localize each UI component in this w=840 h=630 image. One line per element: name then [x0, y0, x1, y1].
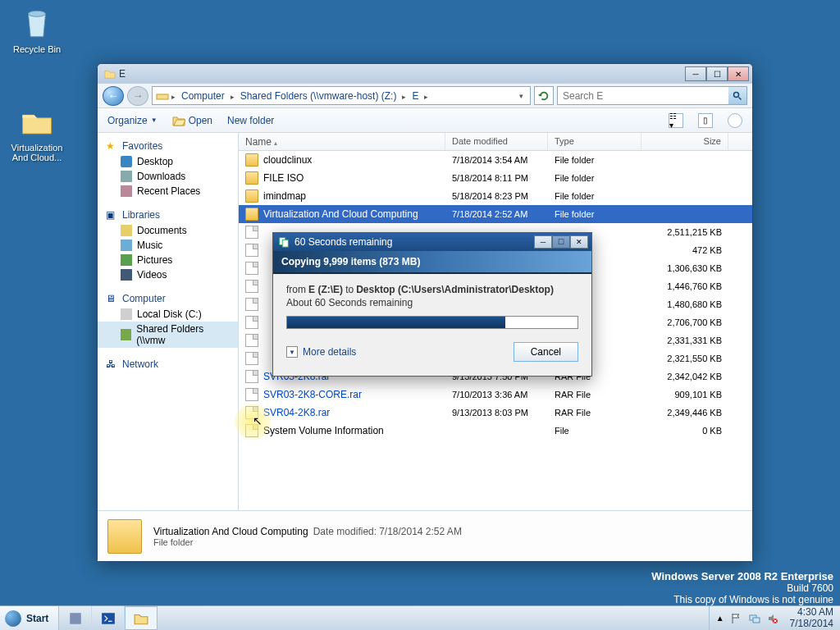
- recycle-bin-label: Recycle Bin: [7, 44, 67, 54]
- open-folder-icon: [172, 114, 185, 127]
- breadcrumb-folder[interactable]: E: [409, 90, 422, 102]
- dialog-title: 60 Seconds remaining: [294, 236, 392, 248]
- desktop-folder-virtualization[interactable]: Virtualization And Cloud...: [7, 105, 67, 162]
- dialog-close[interactable]: ✕: [570, 235, 588, 249]
- file-icon: [245, 352, 258, 365]
- address-bar: ← → Computer Shared Folders (\\vmware-ho…: [98, 84, 752, 108]
- file-row[interactable]: FILE ISO5/18/2014 8:11 PMFile folder: [239, 169, 752, 187]
- file-icon: [245, 406, 258, 419]
- maximize-button[interactable]: ☐: [706, 66, 728, 81]
- file-icon: [245, 370, 258, 383]
- cancel-button[interactable]: Cancel: [514, 342, 578, 362]
- tree-recent[interactable]: Recent Places: [98, 184, 238, 199]
- file-icon: [245, 316, 258, 329]
- tree-music[interactable]: Music: [98, 238, 238, 253]
- new-folder-button[interactable]: New folder: [227, 115, 274, 126]
- folder-icon: [104, 68, 116, 80]
- folder-icon: [20, 105, 54, 139]
- start-button[interactable]: Start: [0, 606, 59, 630]
- taskbar-server-manager[interactable]: [59, 606, 92, 630]
- copy-progress-dialog: 60 Seconds remaining ─ ☐ ✕ Copying 9,999…: [272, 232, 592, 377]
- tree-documents[interactable]: Documents: [98, 223, 238, 238]
- window-title: E: [119, 68, 685, 80]
- search-icon: [733, 91, 742, 101]
- file-icon: [245, 280, 258, 293]
- close-button[interactable]: ✕: [728, 66, 749, 81]
- column-headers: Name ▴ Date modified Type Size: [239, 133, 752, 151]
- titlebar[interactable]: E ─ ☐ ✕: [98, 64, 752, 84]
- details-subtitle: File folder: [153, 537, 462, 547]
- tree-local-disk[interactable]: Local Disk (C:): [98, 307, 238, 322]
- navigation-tree: ★Favorites Desktop Downloads Recent Plac…: [98, 133, 239, 510]
- file-row[interactable]: SVR03-2K8-CORE.rar7/10/2013 3:36 AMRAR F…: [239, 386, 752, 404]
- recycle-bin-icon: [20, 7, 54, 41]
- folder-icon: [245, 208, 258, 221]
- breadcrumb-share[interactable]: Shared Folders (\\vmware-host) (Z:): [237, 90, 400, 102]
- forward-button[interactable]: →: [127, 86, 148, 106]
- copy-info: from E (Z:\E) to Desktop (C:\Users\Admin…: [286, 284, 578, 309]
- column-size[interactable]: Size: [641, 133, 728, 150]
- breadcrumb[interactable]: Computer Shared Folders (\\vmware-host) …: [152, 86, 531, 105]
- search-input[interactable]: [558, 90, 728, 102]
- file-icon: [245, 334, 258, 347]
- taskbar-explorer[interactable]: [125, 606, 158, 630]
- column-name[interactable]: Name ▴: [239, 133, 445, 150]
- start-orb-icon: [5, 610, 21, 627]
- file-icon: [245, 388, 258, 401]
- system-tray: ▲ 4:30 AM 7/18/2014: [709, 606, 840, 630]
- copy-icon: [278, 236, 290, 248]
- dialog-titlebar[interactable]: 60 Seconds remaining ─ ☐ ✕: [273, 233, 591, 251]
- taskbar-powershell[interactable]: [92, 606, 125, 630]
- tree-libraries[interactable]: ▣Libraries: [98, 207, 238, 223]
- network-tray-icon[interactable]: [749, 613, 760, 624]
- details-pane: Virtualization And Cloud Computing Date …: [98, 510, 752, 561]
- tree-downloads[interactable]: Downloads: [98, 169, 238, 184]
- file-icon: [245, 262, 258, 275]
- file-row[interactable]: imindmap5/18/2014 8:23 PMFile folder: [239, 187, 752, 205]
- breadcrumb-computer[interactable]: Computer: [178, 90, 228, 102]
- folder-icon: [245, 171, 258, 185]
- preview-pane-button[interactable]: ▯: [698, 113, 713, 128]
- file-icon: [245, 244, 258, 257]
- file-row[interactable]: cloudclinux7/18/2014 3:54 AMFile folder: [239, 151, 752, 169]
- powershell-icon: [101, 611, 116, 626]
- tree-pictures[interactable]: Pictures: [98, 253, 238, 267]
- svg-rect-1: [157, 94, 168, 99]
- svg-rect-4: [282, 240, 288, 247]
- toolbar: Organize ▼ Open New folder ☷ ▾ ▯ ?: [98, 108, 752, 133]
- flag-icon[interactable]: [731, 613, 742, 624]
- refresh-button[interactable]: [534, 86, 554, 105]
- file-icon: [245, 298, 258, 311]
- breadcrumb-dropdown[interactable]: ▾: [516, 92, 527, 100]
- column-date[interactable]: Date modified: [445, 133, 548, 150]
- drive-icon: [156, 89, 169, 103]
- volume-icon[interactable]: [767, 613, 778, 624]
- search-box: [557, 86, 747, 105]
- tray-show-hidden[interactable]: ▲: [716, 614, 724, 623]
- desktop-recycle-bin[interactable]: Recycle Bin: [7, 7, 67, 54]
- view-button[interactable]: ☷ ▾: [669, 113, 683, 128]
- search-button[interactable]: [728, 87, 746, 104]
- tree-desktop[interactable]: Desktop: [98, 154, 238, 169]
- tree-computer[interactable]: 🖥Computer: [98, 290, 238, 307]
- more-details-toggle[interactable]: ▼More details: [286, 346, 356, 358]
- file-icon: [245, 424, 258, 437]
- file-row[interactable]: Virtualization And Cloud Computing7/18/2…: [239, 205, 752, 223]
- taskbar: Start ▲ 4:30 AM 7/18/2014: [0, 605, 840, 630]
- svg-point-2: [734, 92, 739, 97]
- dialog-maximize: ☐: [552, 235, 570, 249]
- organize-button[interactable]: Organize ▼: [107, 115, 158, 126]
- help-button[interactable]: ?: [728, 113, 742, 128]
- dialog-minimize[interactable]: ─: [534, 235, 552, 249]
- tree-favorites[interactable]: ★Favorites: [98, 138, 238, 154]
- tree-shared-folders[interactable]: Shared Folders (\\vmw: [98, 322, 238, 348]
- file-row[interactable]: SVR04-2K8.rar9/13/2013 8:03 PMRAR File2,…: [239, 404, 752, 422]
- tree-videos[interactable]: Videos: [98, 267, 238, 282]
- open-button[interactable]: Open: [172, 114, 212, 127]
- clock[interactable]: 4:30 AM 7/18/2014: [785, 607, 833, 628]
- tree-network[interactable]: 🖧Network: [98, 356, 238, 372]
- minimize-button[interactable]: ─: [685, 66, 706, 81]
- file-row[interactable]: System Volume InformationFile0 KB: [239, 422, 752, 440]
- back-button[interactable]: ←: [103, 86, 124, 106]
- column-type[interactable]: Type: [548, 133, 641, 150]
